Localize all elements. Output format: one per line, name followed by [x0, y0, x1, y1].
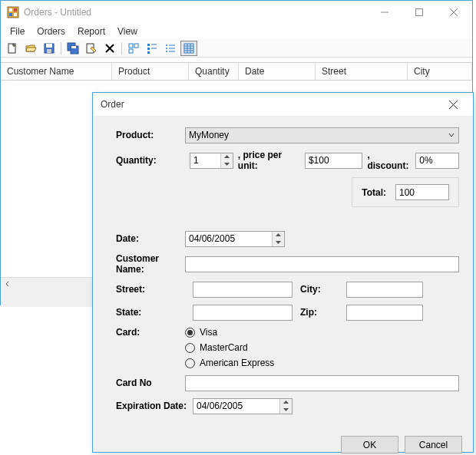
save-all-icon[interactable] [64, 41, 81, 56]
order-dialog: Order Product: MyMoney Quantity: 1 , pri… [92, 92, 474, 453]
maximize-button[interactable] [402, 2, 436, 23]
spin-up-icon[interactable] [220, 153, 233, 161]
col-product[interactable]: Product [112, 63, 189, 80]
ok-button[interactable]: OK [341, 436, 398, 453]
card-label: Card: [116, 327, 185, 338]
customer-name-label: Customer Name: [116, 253, 185, 275]
scroll-left-icon[interactable] [1, 278, 14, 291]
svg-rect-21 [129, 49, 133, 53]
save-icon[interactable] [41, 41, 58, 56]
view-large-icon[interactable] [125, 41, 142, 56]
radio-amex[interactable]: American Express [185, 358, 274, 368]
street-field[interactable] [193, 282, 293, 298]
date-label: Date: [116, 233, 185, 244]
new-icon[interactable] [4, 41, 21, 56]
svg-rect-26 [147, 51, 150, 54]
street-label: Street: [116, 284, 185, 295]
radio-icon [185, 343, 195, 353]
cancel-button[interactable]: Cancel [405, 436, 462, 453]
product-label: Product: [116, 130, 185, 140]
dialog-close-button[interactable] [438, 94, 468, 114]
total-box: Total: 100 [352, 177, 459, 207]
spin-up-icon[interactable] [272, 232, 284, 239]
product-value: MyMoney [189, 130, 229, 140]
open-icon[interactable] [22, 41, 39, 56]
grid-header: Customer Name Product Quantity Date Stre… [1, 62, 472, 81]
svg-rect-12 [47, 49, 51, 53]
toolbar-separator [61, 42, 61, 54]
svg-rect-19 [129, 44, 133, 48]
svg-rect-24 [147, 48, 150, 50]
price-per-unit-label: , price per unit: [238, 150, 300, 171]
col-date[interactable]: Date [239, 63, 316, 80]
dialog-title: Order [101, 99, 438, 110]
col-customer-name[interactable]: Customer Name [1, 63, 112, 80]
col-city[interactable]: City [408, 63, 472, 80]
spin-down-icon[interactable] [279, 406, 292, 414]
zip-field[interactable] [346, 305, 423, 321]
properties-icon[interactable] [83, 41, 100, 56]
svg-rect-4 [14, 13, 17, 16]
discount-field[interactable]: 0% [415, 153, 459, 169]
view-details-icon[interactable] [180, 41, 197, 56]
svg-point-29 [166, 48, 167, 49]
svg-rect-6 [415, 9, 422, 16]
zip-label: Zip: [300, 307, 339, 318]
state-field[interactable] [193, 305, 293, 321]
expiration-date-label: Expiration Date: [116, 401, 193, 411]
col-street[interactable]: Street [316, 63, 408, 80]
product-combo[interactable]: MyMoney [185, 127, 459, 143]
svg-point-27 [166, 45, 167, 46]
svg-rect-20 [134, 44, 138, 48]
radio-icon [185, 358, 195, 368]
radio-icon [185, 328, 195, 338]
toolbar-separator [121, 42, 122, 54]
date-field[interactable]: 04/06/2005 [185, 231, 285, 247]
customer-name-field[interactable] [185, 256, 459, 272]
city-field[interactable] [346, 282, 423, 298]
dialog-body: Product: MyMoney Quantity: 1 , price per… [93, 116, 473, 428]
discount-label: , discount: [367, 150, 411, 171]
minimize-button[interactable] [367, 2, 402, 23]
svg-rect-2 [14, 8, 17, 12]
titlebar: Orders - Untitled [1, 1, 472, 24]
svg-rect-15 [71, 46, 76, 48]
view-small-icon[interactable] [144, 41, 160, 56]
card-no-field[interactable] [185, 375, 459, 391]
spin-down-icon[interactable] [220, 160, 233, 168]
toolbar [1, 39, 472, 58]
close-button[interactable] [436, 2, 471, 23]
price-field[interactable]: $100 [305, 153, 363, 169]
svg-rect-11 [46, 44, 52, 48]
menu-view[interactable]: View [111, 25, 144, 38]
svg-rect-1 [9, 8, 12, 12]
spin-up-icon[interactable] [279, 399, 292, 407]
quantity-label: Quantity: [116, 155, 185, 166]
delete-icon[interactable] [101, 41, 118, 56]
svg-point-31 [166, 51, 167, 52]
menu-orders[interactable]: Orders [31, 25, 71, 38]
city-label: City: [300, 284, 339, 295]
app-icon [7, 6, 19, 18]
dialog-titlebar: Order [93, 93, 473, 116]
quantity-value: 1 [193, 155, 199, 166]
total-label: Total: [362, 187, 386, 198]
radio-visa[interactable]: Visa [185, 327, 274, 338]
total-field: 100 [395, 184, 449, 200]
menu-report[interactable]: Report [71, 25, 111, 38]
expiration-date-field[interactable]: 04/06/2005 [193, 398, 293, 414]
radio-mastercard[interactable]: MasterCard [185, 342, 274, 353]
state-label: State: [116, 307, 185, 318]
card-radio-group: Visa MasterCard American Express [185, 327, 274, 368]
svg-rect-22 [147, 44, 150, 46]
window-controls [367, 2, 471, 23]
menu-file[interactable]: File [4, 25, 31, 38]
col-quantity[interactable]: Quantity [189, 63, 239, 80]
window-title: Orders - Untitled [24, 7, 367, 18]
spin-down-icon[interactable] [272, 239, 284, 246]
card-no-label: Card No [116, 378, 185, 388]
quantity-spinner[interactable]: 1 [190, 153, 233, 169]
view-list-icon[interactable] [162, 41, 179, 56]
dialog-buttons: OK Cancel [93, 428, 473, 455]
svg-rect-3 [9, 13, 12, 16]
